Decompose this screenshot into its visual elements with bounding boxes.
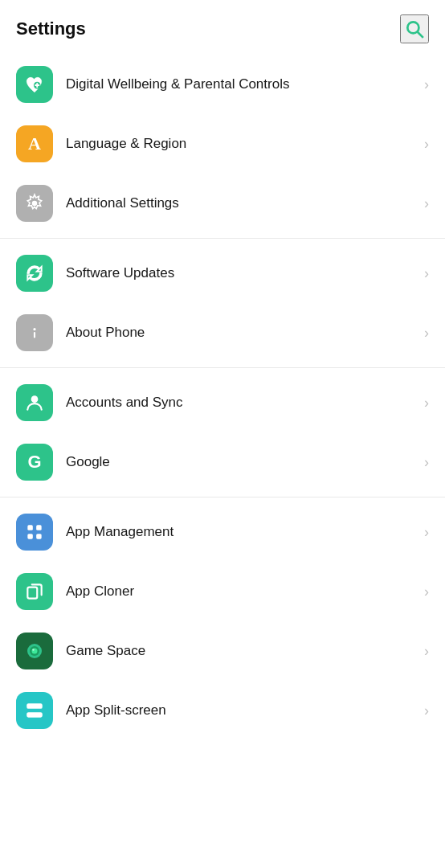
svg-rect-10 xyxy=(36,534,41,539)
about-phone-label: About Phone xyxy=(66,324,418,342)
grid-svg xyxy=(24,522,45,542)
svg-rect-11 xyxy=(27,588,37,599)
app-cloner-label: App Cloner xyxy=(66,583,418,600)
refresh-svg xyxy=(24,263,45,284)
chevron-icon: › xyxy=(424,325,429,342)
svg-line-1 xyxy=(418,32,423,38)
sidebar-item-software-updates[interactable]: Software Updates › xyxy=(0,244,445,303)
google-label: Google xyxy=(66,453,418,471)
google-icon: G xyxy=(16,444,53,481)
svg-rect-16 xyxy=(27,703,43,709)
sidebar-item-app-splitscreen[interactable]: App Split-screen › xyxy=(0,681,445,740)
sidebar-item-digital-wellbeing[interactable]: Digital Wellbeing & Parental Controls › xyxy=(0,55,445,114)
settings-list: Digital Wellbeing & Parental Controls › … xyxy=(0,55,445,740)
additional-settings-label: Additional Settings xyxy=(66,194,418,212)
info-svg xyxy=(24,322,45,343)
svg-point-15 xyxy=(32,649,34,650)
svg-rect-7 xyxy=(27,525,33,530)
chevron-icon: › xyxy=(424,454,429,471)
sidebar-item-app-cloner[interactable]: App Cloner › xyxy=(0,562,445,621)
svg-rect-9 xyxy=(27,534,33,539)
search-button[interactable] xyxy=(400,14,429,43)
wellbeing-svg xyxy=(24,74,45,95)
sidebar-item-language-region[interactable]: A Language & Region › xyxy=(0,114,445,174)
svg-rect-17 xyxy=(27,712,43,718)
app-management-icon xyxy=(16,514,53,551)
clone-svg xyxy=(24,581,45,602)
svg-rect-8 xyxy=(36,525,41,530)
settings-header: Settings xyxy=(0,0,445,55)
sidebar-item-google[interactable]: G Google › xyxy=(0,432,445,492)
divider-2 xyxy=(0,367,445,368)
chevron-icon: › xyxy=(424,136,429,153)
additional-settings-icon xyxy=(16,185,53,222)
gamepad-svg xyxy=(23,640,46,662)
game-space-label: Game Space xyxy=(66,642,418,660)
sidebar-item-accounts-sync[interactable]: Accounts and Sync › xyxy=(0,373,445,432)
sidebar-item-additional-settings[interactable]: Additional Settings › xyxy=(0,174,445,233)
software-updates-label: Software Updates xyxy=(66,264,418,282)
accounts-sync-icon xyxy=(16,384,53,421)
sidebar-item-about-phone[interactable]: About Phone › xyxy=(0,303,445,362)
svg-point-4 xyxy=(33,328,35,330)
split-svg xyxy=(24,700,45,721)
game-space-icon xyxy=(16,633,53,669)
svg-point-14 xyxy=(32,649,38,654)
chevron-icon: › xyxy=(424,395,429,411)
search-icon xyxy=(404,18,425,39)
software-updates-icon xyxy=(16,255,53,292)
divider-3 xyxy=(0,497,445,497)
svg-rect-5 xyxy=(34,332,35,338)
digital-wellbeing-icon xyxy=(16,66,53,103)
divider-1 xyxy=(0,238,445,239)
sidebar-item-game-space[interactable]: Game Space › xyxy=(0,621,445,681)
chevron-icon: › xyxy=(424,195,429,212)
language-symbol: A xyxy=(28,135,41,153)
chevron-icon: › xyxy=(424,265,429,282)
accounts-sync-label: Accounts and Sync xyxy=(66,394,418,411)
app-splitscreen-label: App Split-screen xyxy=(66,702,418,719)
svg-point-3 xyxy=(32,201,38,207)
language-region-label: Language & Region xyxy=(66,135,418,153)
digital-wellbeing-label: Digital Wellbeing & Parental Controls xyxy=(66,76,418,93)
svg-point-0 xyxy=(407,22,418,33)
app-cloner-icon xyxy=(16,573,53,610)
app-management-label: App Management xyxy=(66,523,418,541)
chevron-icon: › xyxy=(424,643,429,660)
svg-point-6 xyxy=(31,395,39,403)
app-splitscreen-icon xyxy=(16,692,53,729)
page-title: Settings xyxy=(16,18,86,39)
chevron-icon: › xyxy=(424,583,429,600)
person-svg xyxy=(24,392,45,413)
sidebar-item-app-management[interactable]: App Management › xyxy=(0,502,445,562)
about-phone-icon xyxy=(16,314,53,351)
google-symbol: G xyxy=(27,453,41,471)
chevron-icon: › xyxy=(424,702,429,719)
chevron-icon: › xyxy=(424,524,429,541)
language-region-icon: A xyxy=(16,125,53,162)
chevron-icon: › xyxy=(424,76,429,93)
gear-svg xyxy=(24,193,45,214)
